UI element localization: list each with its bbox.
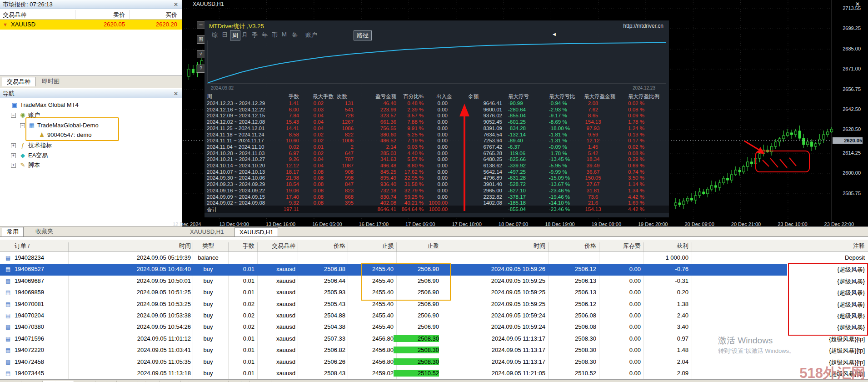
order-cell-order: 194070081: [15, 301, 44, 307]
stats-cell: 1.34 %: [609, 188, 663, 193]
stats-tab-季[interactable]: 季: [250, 30, 259, 40]
expander-icon[interactable]: −: [11, 113, 16, 118]
order-icon: ▤: [5, 359, 11, 365]
order-row-194072458[interactable]: ▤1940724582024.09.05 11:05:35buy0.01xauu…: [0, 357, 868, 368]
stats-cell: -132.14: [508, 132, 526, 137]
panel-side-button-3[interactable]: √: [197, 50, 205, 58]
sidebar-item-accounts[interactable]: ◉账户: [19, 111, 40, 119]
order-cell-order: 194071596: [15, 335, 44, 342]
panel-side-button-4[interactable]: ?: [197, 65, 205, 73]
sidebar-item-scripts[interactable]: ✎脚本: [19, 161, 40, 169]
sidebar-item-indicators[interactable]: ƒ技术指标: [19, 141, 52, 150]
order-cell-symbol: xauusd: [250, 301, 295, 307]
tab-收藏夹[interactable]: 收藏夹: [31, 227, 58, 236]
navigator-close-icon[interactable]: ✕: [174, 89, 178, 98]
order-icon: ▤: [5, 347, 11, 353]
activate-windows-subtext: 转到“设置”以激活 Windows。: [718, 347, 795, 355]
order-cell-price2: 2506.08: [551, 323, 596, 330]
order-cell-order: 194069527: [15, 266, 44, 272]
stats-col-header: 出入金: [436, 93, 452, 100]
order-row-194069859[interactable]: ▤1940698592024.09.05 10:51:25buy0.01xauu…: [0, 287, 868, 298]
column-symbol[interactable]: 交易品种: [3, 11, 26, 19]
order-cell-comment: {超级风暴}: [788, 301, 865, 309]
order-row-194073445[interactable]: ▤1940734452024.09.05 11:13:18buy0.01xauu…: [0, 368, 868, 379]
stats-tab-日[interactable]: 日: [220, 30, 229, 40]
order-cell-price2: 2506.12: [551, 266, 596, 272]
panel-scroll-left-icon[interactable]: ◄: [552, 31, 557, 37]
stats-tab-账户[interactable]: 账户: [304, 30, 319, 40]
order-cell-lots: 0.02: [209, 312, 254, 319]
order-cell-lots: 0.01: [209, 289, 254, 296]
order-cell-price1: 2507.33: [300, 335, 345, 342]
tab-即时图[interactable]: 即时图: [37, 77, 64, 86]
stats-cell: 1.14 %: [609, 181, 663, 187]
expander-icon[interactable]: +: [11, 143, 16, 148]
orders-col-header[interactable]: 止盈: [380, 242, 439, 250]
stats-cell: 9376.02: [443, 113, 502, 118]
path-button[interactable]: 路径: [354, 30, 372, 40]
orders-col-header[interactable]: 时间: [464, 242, 545, 250]
accounts-icon: ◉: [19, 111, 26, 119]
order-row-194070380[interactable]: ▤1940703802024.09.05 10:54:26buy0.02xauu…: [0, 322, 868, 333]
order-row-194070081[interactable]: ▤1940700812024.09.05 10:53:25buy0.02xauu…: [0, 299, 868, 310]
stats-tab-周[interactable]: 周: [230, 30, 240, 40]
order-cell-sl: 2456.80: [348, 347, 394, 353]
stats-tab-M[interactable]: M: [280, 30, 289, 38]
tab-常用[interactable]: 常用: [2, 227, 24, 236]
expander-icon[interactable]: −: [20, 123, 25, 128]
activate-windows-text: 激活 Windows: [718, 335, 773, 347]
stats-tab-月[interactable]: 月: [240, 30, 249, 40]
order-cell-profit: 1.48: [643, 347, 688, 353]
stats-cell: 0.00: [389, 107, 448, 112]
panel-side-button-1[interactable]: ─: [197, 21, 205, 29]
expander-icon[interactable]: +: [11, 163, 16, 168]
stats-tab-年[interactable]: 年: [260, 30, 269, 40]
experts-icon: ◆: [19, 151, 26, 160]
order-row-194070204[interactable]: ▤1940702042024.09.05 10:53:38buy0.02xauu…: [0, 310, 868, 322]
sidebar-item-platform[interactable]: ▣TradeMax Global MT4: [11, 101, 79, 109]
indicators-label: 技术指标: [28, 142, 52, 149]
order-cell-time2: 2024.09.05 10:59:24: [464, 312, 545, 319]
stats-cell: -528.72: [508, 181, 526, 187]
order-cell-order: 194069859: [15, 289, 44, 296]
stats-tab-综[interactable]: 综: [210, 30, 219, 40]
market-watch-row-xauusd[interactable]: ▼ XAUUSD 2620.05 2620.20: [0, 20, 182, 30]
orders-col-header[interactable]: 获利: [629, 242, 688, 250]
chart-tab-1[interactable]: XAUUSD,H1: [234, 227, 278, 237]
orders-col-header[interactable]: 注释: [806, 242, 865, 250]
column-bid[interactable]: 卖价: [98, 11, 125, 19]
price-scale-label: 2656.75: [833, 86, 861, 92]
order-row-194069527[interactable]: ▤1940695272024.09.05 10:48:40buy0.01xauu…: [0, 264, 868, 275]
order-cell-symbol: xauusd: [250, 289, 295, 296]
order-row-194069687[interactable]: ▤1940696872024.09.05 10:50:01buy0.01xauu…: [0, 276, 868, 287]
orders-col-header[interactable]: 订单 /: [15, 242, 30, 250]
expander-icon[interactable]: +: [11, 153, 16, 158]
order-cell-time1: 2024.09.05 10:54:26: [109, 323, 191, 330]
order-cell-time2: 2024.09.05 10:59:26: [464, 266, 545, 272]
panel-side-button-2[interactable]: 图: [197, 35, 205, 44]
sidebar-item-account[interactable]: ♟90040547: demo: [38, 131, 92, 139]
tab-交易品种[interactable]: 交易品种: [2, 77, 35, 86]
order-cell-symbol: xauusd: [250, 335, 295, 342]
stats-cell: 7253.94: [443, 138, 502, 143]
market-watch-close-icon[interactable]: ✕: [174, 0, 178, 9]
mtdriver-stats-panel[interactable]: MTDriver统计 ,V3.25 http://mtdriver.cn 路径 …: [205, 20, 669, 217]
price-scale-label: 2671.00: [833, 66, 861, 71]
chart-tab-0[interactable]: XAUUSD,H1: [185, 227, 228, 236]
sidebar-item-server[interactable]: ▦TradeMaxGlobal-Demo: [28, 121, 99, 130]
order-cell-time2: 2024.09.05 10:59:25: [464, 277, 545, 284]
sidebar-item-experts[interactable]: ◆EA交易: [19, 151, 48, 160]
order-cell-symbol: xauusd: [250, 266, 295, 272]
stats-tab-备[interactable]: 备: [290, 30, 299, 40]
stats-cell: 0.00: [389, 138, 448, 143]
order-cell-tp: 2506.90: [394, 289, 439, 296]
column-ask[interactable]: 买价: [150, 11, 177, 19]
order-cell-swap: 0.00: [595, 266, 641, 272]
orders-col-header[interactable]: 时间: [109, 242, 191, 250]
server-label: TradeMaxGlobal-Demo: [37, 122, 99, 129]
stats-tab-币[interactable]: 币: [270, 30, 279, 40]
order-cell-tp: 2508.30: [394, 358, 439, 365]
stats-panel-url-link[interactable]: http://mtdriver.cn: [623, 23, 663, 29]
stats-total-cell: 合计: [207, 206, 217, 213]
order-row-194028234[interactable]: ▤1940282342024.09.05 05:19:39balance1 00…: [0, 252, 868, 264]
